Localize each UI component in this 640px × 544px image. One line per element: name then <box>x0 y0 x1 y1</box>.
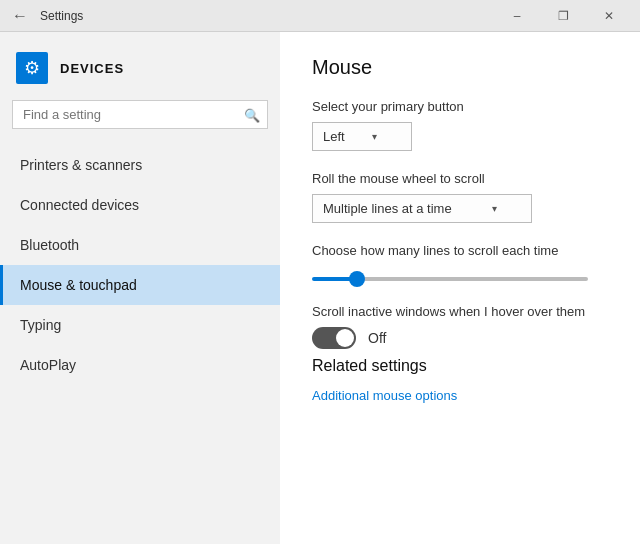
minimize-button[interactable]: – <box>494 0 540 32</box>
search-icon: 🔍 <box>244 107 260 122</box>
restore-button[interactable]: ❐ <box>540 0 586 32</box>
sidebar-item-mouse[interactable]: Mouse & touchpad <box>0 265 280 305</box>
sidebar-item-connected[interactable]: Connected devices <box>0 185 280 225</box>
sidebar-header: ⚙ DEVICES <box>0 32 280 100</box>
sidebar-title: DEVICES <box>60 61 124 76</box>
inactive-scroll-toggle-row: Off <box>312 327 608 349</box>
scroll-wheel-value: Multiple lines at a time <box>323 201 452 216</box>
sidebar: ⚙ DEVICES 🔍 Printers & scanners Connecte… <box>0 32 280 544</box>
additional-mouse-options-link[interactable]: Additional mouse options <box>312 388 457 403</box>
page-title: Mouse <box>312 56 608 79</box>
primary-button-dropdown[interactable]: Left ▾ <box>312 122 412 151</box>
inactive-scroll-toggle[interactable] <box>312 327 356 349</box>
chevron-down-icon: ▾ <box>372 131 377 142</box>
close-button[interactable]: ✕ <box>586 0 632 32</box>
window-title: Settings <box>40 9 83 23</box>
scroll-wheel-dropdown[interactable]: Multiple lines at a time ▾ <box>312 194 532 223</box>
sidebar-item-printers[interactable]: Printers & scanners <box>0 145 280 185</box>
search-input[interactable] <box>12 100 268 129</box>
scroll-lines-slider-container <box>312 268 608 284</box>
back-button[interactable]: ← <box>8 4 32 28</box>
search-container: 🔍 <box>12 100 268 129</box>
main-layout: ⚙ DEVICES 🔍 Printers & scanners Connecte… <box>0 32 640 544</box>
inactive-scroll-label: Scroll inactive windows when I hover ove… <box>312 304 608 319</box>
toggle-state-label: Off <box>368 330 386 346</box>
scroll-wheel-label: Roll the mouse wheel to scroll <box>312 171 608 186</box>
content-panel: Mouse Select your primary button Left ▾ … <box>280 32 640 544</box>
sidebar-item-typing[interactable]: Typing <box>0 305 280 345</box>
devices-icon: ⚙ <box>16 52 48 84</box>
window-controls: – ❐ ✕ <box>494 0 632 32</box>
titlebar: ← Settings – ❐ ✕ <box>0 0 640 32</box>
toggle-knob <box>336 329 354 347</box>
primary-button-value: Left <box>323 129 345 144</box>
sidebar-item-bluetooth[interactable]: Bluetooth <box>0 225 280 265</box>
scroll-lines-slider[interactable] <box>312 277 588 281</box>
related-settings-title: Related settings <box>312 357 608 375</box>
scroll-lines-label: Choose how many lines to scroll each tim… <box>312 243 608 258</box>
chevron-down-icon-2: ▾ <box>492 203 497 214</box>
sidebar-item-autoplay[interactable]: AutoPlay <box>0 345 280 385</box>
primary-button-label: Select your primary button <box>312 99 608 114</box>
